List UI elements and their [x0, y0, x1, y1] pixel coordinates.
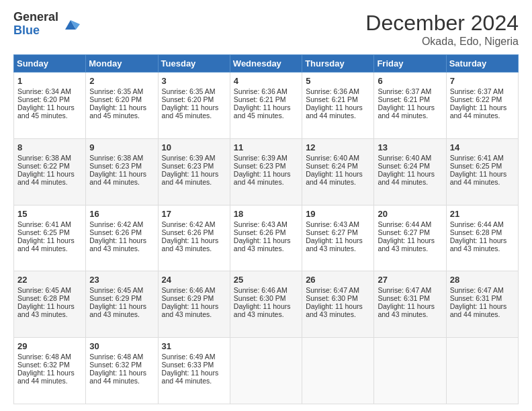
calendar-cell: [230, 338, 302, 404]
calendar-cell: 1Sunrise: 6:34 AMSunset: 6:20 PMDaylight…: [14, 73, 86, 139]
daylight-text: Daylight: 11 hours and 44 minutes.: [450, 170, 507, 186]
page: General Blue December 2024 Okada, Edo, N…: [0, 0, 532, 411]
sunrise-text: Sunrise: 6:42 AM: [162, 220, 216, 228]
daylight-text: Daylight: 11 hours and 44 minutes.: [162, 369, 219, 385]
day-number: 28: [450, 275, 515, 285]
logo-general: General: [13, 11, 58, 24]
sunrise-text: Sunrise: 6:40 AM: [306, 154, 359, 162]
daylight-text: Daylight: 11 hours and 44 minutes.: [234, 170, 291, 186]
calendar-cell: 31Sunrise: 6:49 AMSunset: 6:33 PMDayligh…: [158, 338, 230, 404]
daylight-text: Daylight: 11 hours and 43 minutes.: [234, 236, 291, 253]
calendar-cell: 20Sunrise: 6:44 AMSunset: 6:27 PMDayligh…: [374, 205, 446, 271]
calendar-cell: 25Sunrise: 6:46 AMSunset: 6:30 PMDayligh…: [230, 271, 302, 338]
day-header-friday: Friday: [374, 55, 446, 73]
sunrise-text: Sunrise: 6:43 AM: [234, 220, 287, 228]
calendar-cell: 4Sunrise: 6:36 AMSunset: 6:21 PMDaylight…: [230, 73, 302, 139]
day-number: 10: [162, 142, 226, 152]
sunset-text: Sunset: 6:24 PM: [306, 162, 358, 170]
sunrise-text: Sunrise: 6:37 AM: [378, 87, 431, 95]
sunrise-text: Sunrise: 6:46 AM: [234, 286, 287, 294]
sunrise-text: Sunrise: 6:38 AM: [17, 154, 71, 162]
calendar-cell: 12Sunrise: 6:40 AMSunset: 6:24 PMDayligh…: [302, 138, 374, 205]
calendar-cell: 24Sunrise: 6:46 AMSunset: 6:29 PMDayligh…: [158, 271, 230, 338]
daylight-text: Daylight: 11 hours and 44 minutes.: [306, 103, 363, 120]
sunrise-text: Sunrise: 6:34 AM: [17, 87, 71, 95]
daylight-text: Daylight: 11 hours and 43 minutes.: [306, 302, 363, 318]
calendar-cell: 8Sunrise: 6:38 AMSunset: 6:22 PMDaylight…: [14, 138, 86, 205]
daylight-text: Daylight: 11 hours and 44 minutes.: [306, 170, 363, 186]
sunset-text: Sunset: 6:31 PM: [450, 294, 502, 302]
day-number: 16: [89, 209, 154, 219]
day-number: 22: [17, 275, 82, 285]
sunset-text: Sunset: 6:21 PM: [234, 95, 286, 103]
sunset-text: Sunset: 6:32 PM: [17, 361, 70, 369]
sunset-text: Sunset: 6:27 PM: [306, 228, 358, 236]
logo-blue: Blue: [13, 24, 58, 38]
sunrise-text: Sunrise: 6:39 AM: [162, 154, 216, 162]
day-number: 17: [162, 209, 226, 219]
sunrise-text: Sunrise: 6:40 AM: [378, 154, 431, 162]
daylight-text: Daylight: 11 hours and 43 minutes.: [378, 302, 435, 318]
sunrise-text: Sunrise: 6:36 AM: [306, 87, 359, 95]
calendar-row: 29Sunrise: 6:48 AMSunset: 6:32 PMDayligh…: [14, 338, 519, 404]
day-number: 21: [450, 209, 515, 219]
daylight-text: Daylight: 11 hours and 44 minutes.: [89, 170, 146, 186]
sunset-text: Sunset: 6:23 PM: [234, 162, 286, 170]
day-number: 19: [306, 209, 370, 219]
calendar-cell: 15Sunrise: 6:41 AMSunset: 6:25 PMDayligh…: [14, 205, 86, 271]
daylight-text: Daylight: 11 hours and 43 minutes.: [306, 236, 363, 253]
daylight-text: Daylight: 11 hours and 43 minutes.: [378, 236, 435, 253]
daylight-text: Daylight: 11 hours and 43 minutes.: [450, 236, 507, 253]
daylight-text: Daylight: 11 hours and 43 minutes.: [17, 302, 75, 318]
calendar-cell: 18Sunrise: 6:43 AMSunset: 6:26 PMDayligh…: [230, 205, 302, 271]
sunrise-text: Sunrise: 6:37 AM: [450, 87, 504, 95]
sunset-text: Sunset: 6:25 PM: [450, 162, 502, 170]
sunset-text: Sunset: 6:26 PM: [89, 228, 142, 236]
calendar-cell: 19Sunrise: 6:43 AMSunset: 6:27 PMDayligh…: [302, 205, 374, 271]
daylight-text: Daylight: 11 hours and 44 minutes.: [378, 170, 435, 186]
calendar-cell: 26Sunrise: 6:47 AMSunset: 6:30 PMDayligh…: [302, 271, 374, 338]
calendar-cell: 30Sunrise: 6:48 AMSunset: 6:32 PMDayligh…: [86, 338, 158, 404]
sunset-text: Sunset: 6:20 PM: [162, 95, 214, 103]
daylight-text: Daylight: 11 hours and 45 minutes.: [17, 103, 75, 120]
calendar-cell: 28Sunrise: 6:47 AMSunset: 6:31 PMDayligh…: [446, 271, 518, 338]
sunrise-text: Sunrise: 6:35 AM: [89, 87, 143, 95]
sunset-text: Sunset: 6:27 PM: [378, 228, 430, 236]
daylight-text: Daylight: 11 hours and 44 minutes.: [450, 103, 507, 120]
day-number: 14: [450, 142, 515, 152]
calendar-cell: [374, 338, 446, 404]
daylight-text: Daylight: 11 hours and 43 minutes.: [89, 302, 146, 318]
daylight-text: Daylight: 11 hours and 43 minutes.: [234, 302, 291, 318]
day-header-wednesday: Wednesday: [230, 55, 302, 73]
sunset-text: Sunset: 6:22 PM: [17, 162, 70, 170]
daylight-text: Daylight: 11 hours and 44 minutes.: [89, 369, 146, 385]
day-number: 18: [234, 209, 298, 219]
day-number: 25: [234, 275, 298, 285]
sunset-text: Sunset: 6:20 PM: [89, 95, 142, 103]
day-number: 3: [162, 76, 226, 86]
daylight-text: Daylight: 11 hours and 43 minutes.: [162, 236, 219, 253]
calendar-cell: 14Sunrise: 6:41 AMSunset: 6:25 PMDayligh…: [446, 138, 518, 205]
calendar-row: 1Sunrise: 6:34 AMSunset: 6:20 PMDaylight…: [14, 73, 519, 139]
daylight-text: Daylight: 11 hours and 44 minutes.: [162, 170, 219, 186]
calendar-body: 1Sunrise: 6:34 AMSunset: 6:20 PMDaylight…: [14, 73, 519, 404]
calendar-cell: 21Sunrise: 6:44 AMSunset: 6:28 PMDayligh…: [446, 205, 518, 271]
sunrise-text: Sunrise: 6:46 AM: [162, 286, 216, 294]
sunset-text: Sunset: 6:21 PM: [306, 95, 358, 103]
header: General Blue December 2024 Okada, Edo, N…: [13, 11, 519, 48]
sunrise-text: Sunrise: 6:44 AM: [378, 220, 431, 228]
day-number: 24: [162, 275, 226, 285]
daylight-text: Daylight: 11 hours and 44 minutes.: [378, 103, 435, 120]
day-number: 23: [89, 275, 154, 285]
sunrise-text: Sunrise: 6:48 AM: [17, 353, 71, 361]
calendar-row: 15Sunrise: 6:41 AMSunset: 6:25 PMDayligh…: [14, 205, 519, 271]
daylight-text: Daylight: 11 hours and 44 minutes.: [17, 236, 75, 253]
calendar-cell: 9Sunrise: 6:38 AMSunset: 6:23 PMDaylight…: [86, 138, 158, 205]
title-block: December 2024 Okada, Edo, Nigeria: [365, 11, 519, 48]
sunset-text: Sunset: 6:23 PM: [89, 162, 142, 170]
day-number: 26: [306, 275, 370, 285]
day-header-sunday: Sunday: [14, 55, 86, 73]
calendar-header-row: SundayMondayTuesdayWednesdayThursdayFrid…: [14, 55, 519, 73]
day-number: 11: [234, 142, 298, 152]
day-number: 12: [306, 142, 370, 152]
